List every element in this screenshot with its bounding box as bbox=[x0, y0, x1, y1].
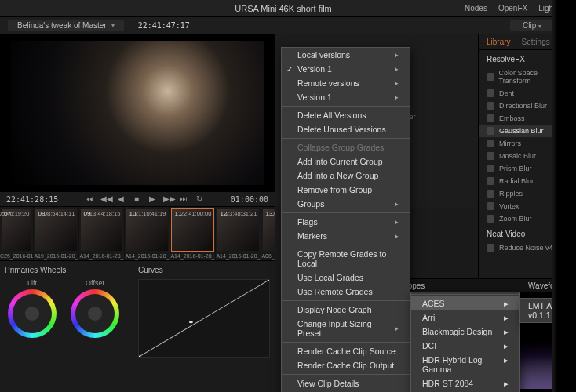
play-button[interactable]: ▶ bbox=[148, 194, 157, 204]
menu-item[interactable]: Render Cache Clip Output bbox=[282, 358, 410, 372]
fx-item[interactable]: Vortex bbox=[479, 200, 576, 212]
fx-icon bbox=[487, 73, 494, 81]
menu-item[interactable]: LMT ACES v0.1.1 bbox=[528, 301, 576, 320]
menu-item[interactable]: Blackmagic Design▸ bbox=[411, 325, 519, 339]
submenu-arrow-icon: ▸ bbox=[395, 93, 399, 101]
first-button[interactable]: ⏮ bbox=[85, 194, 94, 204]
submenu-arrow-icon: ▸ bbox=[395, 51, 399, 59]
tc-left: 22:41:28:15 bbox=[6, 195, 58, 204]
nextclip-button[interactable]: ▶▶ bbox=[163, 194, 173, 204]
clip-duration: 05:46:19:20 bbox=[0, 210, 29, 217]
menu-item[interactable]: Delete All Versions bbox=[282, 108, 410, 122]
chevron-down-icon: ▾ bbox=[538, 23, 541, 30]
menu-item[interactable]: Local versions▸ bbox=[282, 48, 410, 62]
menu-item[interactable]: Display Node Graph bbox=[282, 303, 410, 317]
viewer[interactable] bbox=[0, 34, 275, 191]
offset-wheel[interactable] bbox=[71, 289, 119, 338]
submenu-arrow-icon: ▸ bbox=[504, 355, 509, 374]
toggle-nodes[interactable]: Nodes bbox=[465, 4, 487, 13]
fx-item[interactable]: Gaussian Blur bbox=[479, 125, 576, 137]
fx-item[interactable]: Emboss bbox=[479, 112, 576, 125]
fx-tab-settings[interactable]: Settings bbox=[522, 38, 550, 46]
svg-point-2 bbox=[189, 321, 193, 323]
stop-button[interactable]: ■ bbox=[132, 194, 141, 204]
menu-item[interactable]: Use Remote Grades bbox=[282, 285, 410, 299]
fx-item[interactable]: Zoom Blur bbox=[479, 212, 576, 225]
fx-item[interactable]: Radial Blur bbox=[479, 175, 576, 187]
lift-wheel[interactable] bbox=[8, 289, 57, 338]
menu-item[interactable]: Delete Unused Versions bbox=[282, 122, 410, 136]
fx-item[interactable]: Mirrors bbox=[479, 137, 576, 150]
svg-line-0 bbox=[139, 280, 269, 357]
clip-name: A14_2016-01-28_3 bbox=[216, 252, 261, 260]
scopes-mode-dropdown[interactable]: Waveform ▾ bbox=[528, 281, 570, 290]
fx-item[interactable]: Prism Blur bbox=[479, 162, 576, 175]
menu-item[interactable]: Use Local Grades bbox=[282, 270, 410, 285]
primaries-panel: Primaries Wheels Lift Offset bbox=[0, 261, 133, 392]
fx-item[interactable]: Mosaic Blur bbox=[479, 150, 576, 162]
clip-name: A14_2016-01-28_2 bbox=[79, 252, 124, 260]
fx-item[interactable]: Color Space Transform bbox=[479, 67, 576, 87]
thumbnail-clip[interactable]: 13 00:27:30:05 A06_2016-01-27_1 bbox=[261, 207, 275, 260]
grade-name-dropdown[interactable]: Belinda's tweak of Master ▾ bbox=[8, 20, 124, 31]
submenu-arrow-icon: ▸ bbox=[504, 313, 509, 322]
submenu-arrow-icon: ▸ bbox=[504, 379, 509, 388]
fx-icon bbox=[487, 215, 494, 223]
curves-editor[interactable] bbox=[138, 279, 270, 358]
menu-item[interactable]: HDR ST 2084▸ bbox=[411, 376, 519, 390]
grade-name-label: Belinda's tweak of Master bbox=[17, 21, 107, 30]
header-bar: Belinda's tweak of Master ▾ 22:41:47:17 … bbox=[0, 17, 576, 34]
thumbnail-clip[interactable]: 09 13:44:18:15 A14_2016-01-28_2 bbox=[79, 207, 125, 260]
fx-item[interactable]: Dent bbox=[479, 87, 576, 100]
last-button[interactable]: ⏭ bbox=[179, 194, 188, 204]
lut-3d-submenu[interactable]: ACES▸Arri▸Blackmagic Design▸DCI▸HDR Hybr… bbox=[410, 292, 520, 392]
menu-item[interactable]: Arri▸ bbox=[411, 310, 519, 325]
project-title: URSA Mini 46K short film bbox=[235, 4, 331, 13]
thumbnail-clip[interactable]: 08 08:54:14:11 A19_2016-01-28_1 bbox=[34, 207, 79, 260]
menu-item[interactable]: Version 1▸ bbox=[282, 90, 410, 104]
stepback-button[interactable]: ◀ bbox=[116, 194, 126, 204]
thumbnail-clip[interactable]: 10 21:10:41:19 A14_2016-01-28_2 bbox=[125, 207, 170, 260]
menu-item[interactable]: Remove from Group bbox=[282, 183, 410, 197]
menu-item[interactable]: ACES▸ bbox=[411, 296, 519, 310]
menu-item[interactable]: Groups▸ bbox=[282, 197, 410, 211]
menu-item[interactable]: Version 1▸ bbox=[282, 62, 410, 76]
menu-item[interactable]: Change Input Sizing Preset▸ bbox=[282, 317, 410, 340]
menu-item: Collapse Group Grades bbox=[282, 140, 410, 154]
menu-item[interactable]: Flags▸ bbox=[282, 215, 410, 229]
fx-icon bbox=[487, 244, 494, 252]
menu-item[interactable]: DCI▸ bbox=[411, 339, 519, 353]
fx-item[interactable]: Reduce Noise v4 bbox=[479, 241, 576, 254]
menu-item[interactable]: View Clip Details bbox=[282, 376, 410, 390]
options-icon[interactable]: ⋯ bbox=[562, 22, 568, 29]
menu-item[interactable]: Add into a New Group bbox=[282, 169, 410, 183]
menu-item[interactable]: Remote versions▸ bbox=[282, 76, 410, 90]
toggle-openfx[interactable]: OpenFX bbox=[498, 4, 527, 13]
fx-icon bbox=[487, 114, 494, 122]
menu-item[interactable]: Add into Current Group bbox=[282, 154, 410, 169]
thumbnail-clip[interactable]: 12 23:48:31:21 A14_2016-01-28_3 bbox=[216, 207, 261, 260]
menu-item[interactable]: Markers▸ bbox=[282, 229, 410, 243]
clip-name: A19_2016-01-28_1 bbox=[34, 252, 78, 260]
context-menu[interactable]: Local versions▸Version 1▸Remote versions… bbox=[281, 47, 410, 392]
menu-item[interactable]: HDR Hybrid Log-Gamma▸ bbox=[411, 353, 519, 376]
aces-submenu[interactable]: LMT ACES v0.1.1 bbox=[519, 298, 576, 323]
thumbnail-clip[interactable]: 11 22:41:00:00 A14_2016-01-28_2 bbox=[170, 207, 216, 260]
fx-icon bbox=[487, 152, 494, 160]
clip-duration: 08:54:14:11 bbox=[44, 210, 75, 217]
submenu-arrow-icon: ▸ bbox=[395, 232, 399, 240]
menu-item[interactable]: Render Cache Clip Source bbox=[282, 344, 410, 358]
clip-selector-dropdown[interactable]: Clip ▾ bbox=[510, 20, 554, 31]
fx-icon bbox=[487, 89, 494, 97]
fx-item[interactable]: Directional Blur bbox=[479, 100, 576, 112]
fx-tab-library[interactable]: Library bbox=[487, 38, 511, 46]
submenu-arrow-icon: ▸ bbox=[395, 200, 399, 208]
clip-name: C25_2016-01 bbox=[0, 252, 33, 260]
toggle-lightbox[interactable]: Lightbox bbox=[538, 4, 568, 13]
fx-item[interactable]: Ripples bbox=[479, 187, 576, 200]
thumbnail-clip[interactable]: 07 05:46:19:20 C25_2016-01 bbox=[0, 207, 34, 260]
menu-item[interactable]: Copy Remote Grades to Local bbox=[282, 247, 410, 270]
loop-button[interactable]: ↻ bbox=[195, 194, 204, 204]
thumbnail-strip[interactable]: 07 05:46:19:20 C25_2016-0108 08:54:14:11… bbox=[0, 207, 275, 260]
prevclip-button[interactable]: ◀◀ bbox=[100, 194, 110, 204]
